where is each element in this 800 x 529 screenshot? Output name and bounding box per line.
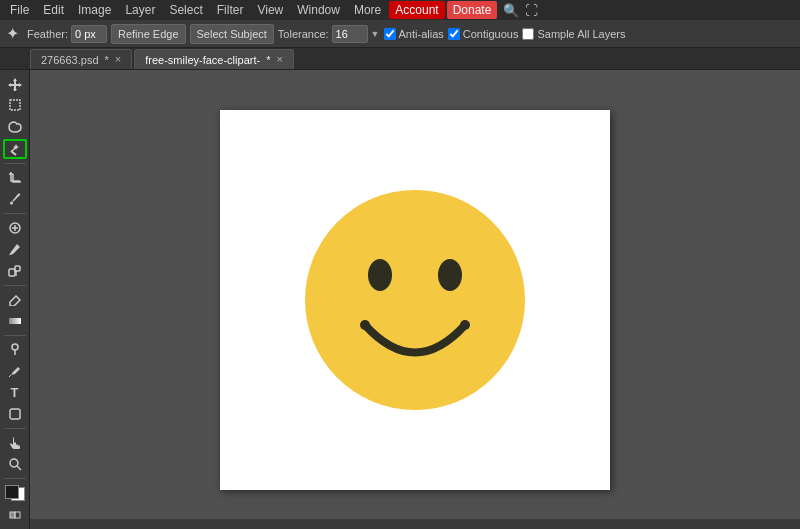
contiguous-label: Contiguous [463,28,519,40]
hand-tool[interactable] [3,433,27,453]
eraser-tool[interactable] [3,290,27,310]
menu-edit[interactable]: Edit [37,1,70,19]
tool-separator-5 [4,428,26,429]
clone-tool[interactable] [3,261,27,281]
sample-all-label: Sample All Layers [537,28,625,40]
magic-wand-tool-icon: ✦ [6,24,19,43]
document-tabs: 276663.psd * × free-smiley-face-clipart-… [0,48,800,70]
canvas-container [220,110,610,490]
tool-separator-1 [4,163,26,164]
foreground-color-swatch[interactable] [5,485,19,499]
quick-mask-tool[interactable] [3,505,27,525]
svg-rect-9 [10,409,20,419]
move-tool[interactable] [3,74,27,94]
feather-group: Feather: [27,25,107,43]
text-tool[interactable]: T [3,383,27,403]
main-content: T [0,70,800,529]
svg-point-7 [12,344,18,350]
svg-rect-0 [10,100,20,110]
fullscreen-icon[interactable]: ⛶ [525,3,538,18]
anti-alias-checkbox[interactable] [384,28,396,40]
tolerance-dropdown-icon[interactable]: ▼ [371,29,380,39]
tab-modified-1: * [105,54,109,66]
tool-separator-6 [4,478,26,479]
tool-separator-4 [4,335,26,336]
options-toolbar: ✦ Feather: Refine Edge Select Subject To… [0,20,800,48]
refine-edge-button[interactable]: Refine Edge [111,24,186,44]
menu-window[interactable]: Window [291,1,346,19]
sample-all-checkbox[interactable] [522,28,534,40]
menu-bar: File Edit Image Layer Select Filter View… [0,0,800,20]
tab-modified-2: * [266,54,270,66]
tolerance-label: Tolerance: [278,28,329,40]
dodge-tool[interactable] [3,340,27,360]
svg-point-2 [10,202,13,205]
menu-select[interactable]: Select [163,1,208,19]
menu-file[interactable]: File [4,1,35,19]
contiguous-checkbox[interactable] [448,28,460,40]
tab-close-1[interactable]: × [115,54,121,65]
menu-view[interactable]: View [251,1,289,19]
marquee-tool[interactable] [3,96,27,116]
search-icon[interactable]: 🔍 [503,3,519,18]
canvas-area[interactable] [30,70,800,529]
menu-image[interactable]: Image [72,1,117,19]
tab-label-1: 276663.psd [41,54,99,66]
tab-276663[interactable]: 276663.psd * × [30,49,132,69]
sample-all-group: Sample All Layers [522,28,625,40]
svg-point-14 [305,190,525,410]
left-toolbar: T [0,70,30,529]
menu-donate[interactable]: Donate [447,1,498,19]
svg-rect-6 [9,318,21,324]
horizontal-scrollbar[interactable] [30,519,800,529]
scrollbar-thumb[interactable] [40,521,100,527]
crop-tool[interactable] [3,168,27,188]
svg-point-17 [360,320,370,330]
healing-tool[interactable] [3,218,27,238]
menu-layer[interactable]: Layer [119,1,161,19]
svg-point-15 [368,259,392,291]
tab-close-2[interactable]: × [276,54,282,65]
tool-separator-2 [4,213,26,214]
shape-tool[interactable] [3,405,27,425]
svg-point-10 [10,459,18,467]
svg-point-18 [460,320,470,330]
anti-alias-label: Anti-alias [399,28,444,40]
svg-line-11 [17,466,21,470]
tolerance-group: Tolerance: ▼ [278,25,380,43]
lasso-tool[interactable] [3,117,27,137]
magic-wand-tool-btn[interactable] [3,139,27,159]
svg-rect-4 [9,269,15,276]
smiley-face-image [285,170,545,430]
brush-tool[interactable] [3,240,27,260]
tool-separator-3 [4,285,26,286]
feather-input[interactable] [71,25,107,43]
eyedropper-tool[interactable] [3,190,27,210]
color-swatches[interactable] [3,485,27,501]
select-subject-button[interactable]: Select Subject [190,24,274,44]
svg-rect-13 [15,512,20,518]
svg-rect-12 [10,512,15,518]
contiguous-group: Contiguous [448,28,519,40]
tolerance-input[interactable] [332,25,368,43]
gradient-tool[interactable] [3,311,27,331]
menu-account[interactable]: Account [389,1,444,19]
zoom-tool[interactable] [3,455,27,475]
pen-tool[interactable] [3,361,27,381]
tab-smiley[interactable]: free-smiley-face-clipart- * × [134,49,294,69]
menu-filter[interactable]: Filter [211,1,250,19]
svg-line-1 [11,151,16,155]
anti-alias-group: Anti-alias [384,28,444,40]
menu-more[interactable]: More [348,1,387,19]
feather-label: Feather: [27,28,68,40]
tab-label-2: free-smiley-face-clipart- [145,54,260,66]
svg-point-16 [438,259,462,291]
